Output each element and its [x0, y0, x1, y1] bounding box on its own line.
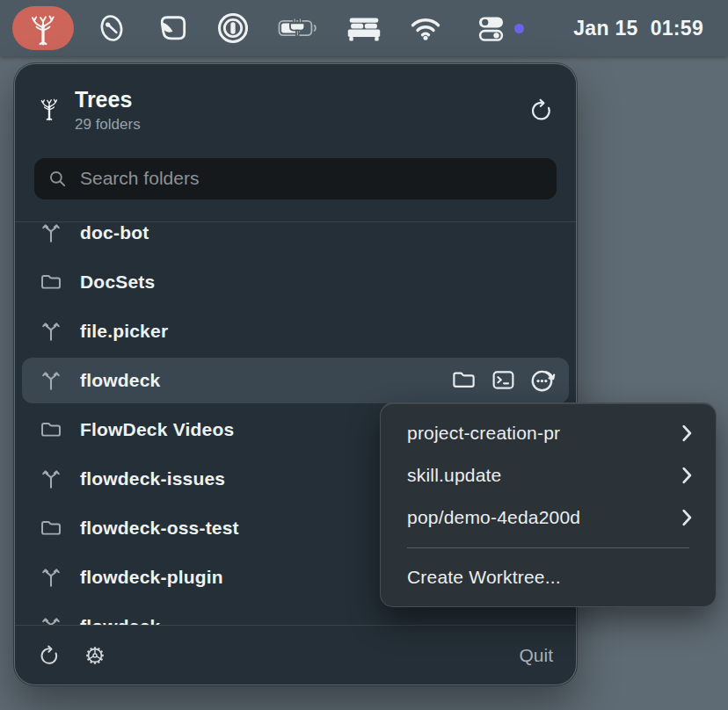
menu-bar: Jan 15 01:59: [0, 0, 728, 56]
folder-row-label: DocSets: [80, 272, 155, 293]
refresh-button-footer[interactable]: [38, 644, 60, 666]
chevron-right-icon: [681, 467, 693, 484]
worktree-item-pop-demo[interactable]: pop/demo-4eda200d: [381, 496, 716, 539]
worktree-item-label: pop/demo-4eda200d: [407, 507, 580, 528]
tree-icon: [27, 11, 59, 46]
gear-icon: [83, 643, 107, 668]
ellipsis-arrow-icon: [529, 366, 557, 394]
onepassword-menu-icon[interactable]: [216, 11, 250, 45]
folder-row-label: FlowDeck Videos: [80, 419, 234, 440]
create-worktree-item[interactable]: Create Worktree...: [381, 557, 716, 598]
toggles-menu-icon[interactable]: [477, 15, 506, 42]
git-branch-icon: [40, 467, 62, 490]
menu-divider: [407, 547, 689, 548]
folder-row-label: doc-bot: [80, 222, 149, 243]
folder-row-docsets[interactable]: DocSets: [15, 257, 576, 307]
worktree-item-label: skill.update: [407, 465, 501, 486]
worktree-item-skill-update[interactable]: skill.update: [381, 454, 716, 496]
folder-row-label: file.picker: [80, 321, 168, 342]
git-branch-icon: [40, 320, 62, 343]
menubar-date: Jan 15: [573, 17, 637, 40]
notification-dot: [514, 24, 524, 33]
quit-button[interactable]: Quit: [519, 645, 553, 666]
worktrees-menu-button[interactable]: [528, 366, 557, 395]
desktop: Jan 15 01:59 Trees 29 folders doc-bot: [0, 0, 728, 710]
folder-row-doc-bot[interactable]: doc-bot: [15, 222, 576, 257]
panel-title: Trees: [75, 87, 141, 112]
menubar-time: 01:59: [651, 17, 703, 40]
refresh-icon: [38, 644, 60, 666]
open-terminal-button[interactable]: [489, 366, 517, 395]
open-folder-button[interactable]: [449, 366, 477, 395]
folder-row-label: flowdeck-…: [80, 616, 186, 625]
folder-icon: [40, 517, 62, 540]
chevron-right-icon: [681, 424, 693, 442]
folder-row-file-picker[interactable]: file.picker: [15, 307, 576, 356]
folder-icon: [451, 367, 477, 393]
bed-menu-icon[interactable]: [344, 14, 384, 43]
panel-footer: Quit: [15, 625, 576, 685]
folder-row-label: flowdeck-issues: [80, 468, 225, 489]
peel-sticker-menu-icon[interactable]: [157, 13, 188, 43]
refresh-button[interactable]: [528, 98, 553, 122]
trees-menubar-button[interactable]: [12, 6, 74, 50]
settings-button[interactable]: [83, 643, 107, 668]
folder-row-label: flowdeck-oss-test: [80, 518, 239, 539]
search-bar[interactable]: [34, 158, 557, 199]
folder-count: 29 folders: [75, 116, 141, 134]
battery-charging-menu-icon[interactable]: [278, 16, 320, 40]
chevron-right-icon: [681, 509, 693, 526]
folder-icon: [40, 271, 62, 293]
folder-row-label: flowdeck-plugin: [80, 567, 223, 588]
git-branch-icon: [40, 222, 62, 244]
folder-row-flowdeck-selected[interactable]: flowdeck: [22, 358, 569, 403]
wifi-menu-icon[interactable]: [409, 15, 442, 41]
tree-icon: [38, 95, 61, 121]
folder-row-label: flowdeck: [80, 370, 160, 391]
git-branch-icon: [40, 566, 62, 589]
panel-header: Trees 29 folders: [15, 64, 576, 149]
terminal-icon: [491, 367, 516, 393]
search-input[interactable]: [78, 167, 543, 190]
worktree-item-label: project-creation-pr: [407, 423, 560, 444]
git-branch-icon: [40, 369, 62, 392]
create-worktree-label: Create Worktree...: [407, 567, 561, 588]
git-branch-icon: [40, 615, 62, 625]
gauge-menu-icon[interactable]: [97, 11, 127, 45]
worktree-menu: project-creation-pr skill.update pop/dem…: [380, 402, 717, 607]
worktree-item-project-creation-pr[interactable]: project-creation-pr: [381, 412, 716, 454]
menubar-clock[interactable]: Jan 15 01:59: [573, 17, 703, 40]
search-icon: [47, 169, 68, 189]
folder-icon: [40, 418, 62, 441]
